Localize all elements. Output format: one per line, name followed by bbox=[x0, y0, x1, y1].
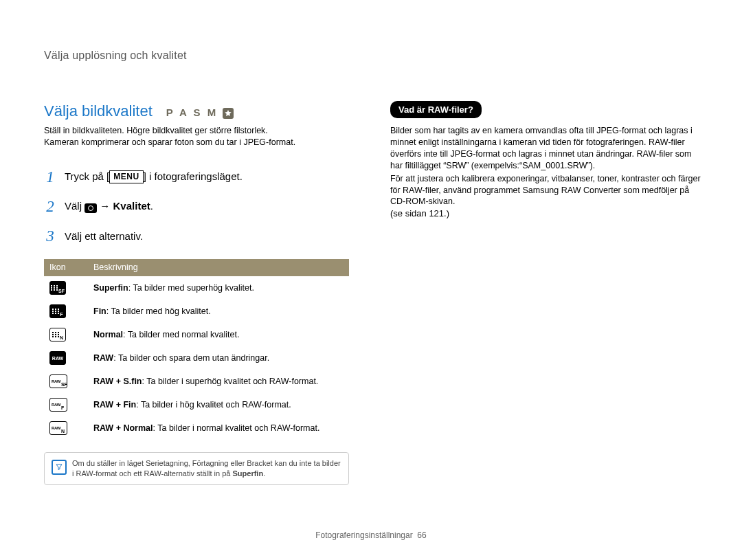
quality-icon: N bbox=[49, 328, 66, 341]
table-row: FFin: Ta bilder med hög kvalitet. bbox=[44, 300, 349, 323]
step-3: 3 Välj ett alternativ. bbox=[44, 221, 349, 251]
quality-icon: F bbox=[49, 304, 66, 318]
table-row: NNormal: Ta bilder med normal kvalitet. bbox=[44, 323, 349, 346]
quality-table: Ikon Beskrivning SFSuperfin: Ta bilder m… bbox=[44, 259, 349, 440]
quality-icon: RAWN bbox=[49, 421, 67, 435]
star-icon bbox=[223, 108, 234, 119]
quality-icon: SF bbox=[49, 281, 66, 295]
table-row: RAWRAW: Ta bilder och spara dem utan änd… bbox=[44, 346, 349, 370]
raw-info-p2: För att justera och kalibrera exponering… bbox=[390, 173, 702, 208]
quality-icon: RAWSF bbox=[49, 374, 67, 388]
step-2: 2 Välj → Kvalitet. bbox=[44, 192, 349, 221]
table-row: RAWFRAW + Fin: Ta bilder i hög kvalitet … bbox=[44, 393, 349, 416]
intro-text: Ställ in bildkvaliteten. Högre bildkvali… bbox=[44, 125, 349, 148]
table-row: RAWNRAW + Normal: Ta bilder i normal kva… bbox=[44, 416, 349, 440]
table-row: SFSuperfin: Ta bilder med superhög kvali… bbox=[44, 276, 349, 300]
page-title: Välja bildkvalitet bbox=[44, 101, 153, 122]
page-footer: Fotograferingsinställningar 66 bbox=[0, 530, 742, 541]
th-desc: Beskrivning bbox=[88, 259, 349, 276]
breadcrumb: Välja upplösning och kvalitet bbox=[44, 48, 702, 63]
quality-icon: RAW bbox=[49, 351, 66, 365]
table-row: RAWSFRAW + S.fin: Ta bilder i superhög k… bbox=[44, 370, 349, 393]
raw-info-p1: Bilder som har tagits av en kamera omvan… bbox=[390, 125, 702, 172]
step-1: 1 Tryck på [MENU] i fotograferingsläget. bbox=[44, 162, 349, 192]
menu-button-label: MENU bbox=[109, 170, 143, 183]
th-icon: Ikon bbox=[44, 259, 88, 276]
quality-icon: RAWF bbox=[49, 398, 67, 412]
note-icon bbox=[52, 460, 67, 475]
note-box: Om du ställer in läget Serietagning, För… bbox=[44, 452, 349, 485]
camera-icon bbox=[85, 203, 97, 213]
mode-indicator: P A S M bbox=[166, 106, 234, 120]
raw-info-p3: (se sidan 121.) bbox=[390, 208, 702, 220]
raw-info-heading: Vad är RAW-filer? bbox=[390, 101, 482, 119]
